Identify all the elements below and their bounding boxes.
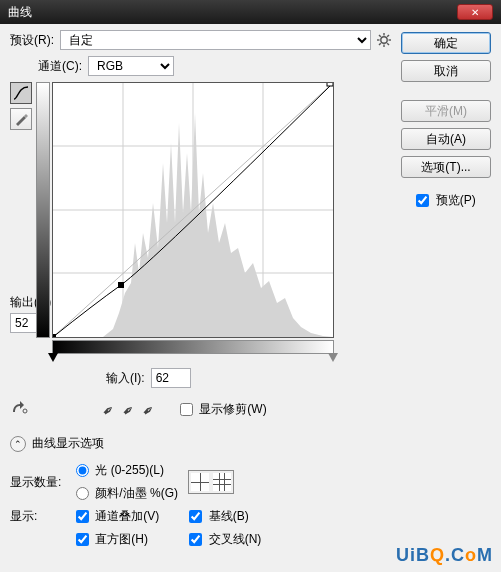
channel-label: 通道(C): (38, 58, 82, 75)
svg-line-8 (387, 35, 389, 37)
channel-select[interactable]: RGB (88, 56, 174, 76)
svg-line-5 (379, 35, 381, 37)
auto-button[interactable]: 自动(A) (401, 128, 491, 150)
cancel-button[interactable]: 取消 (401, 60, 491, 82)
svg-rect-17 (118, 282, 124, 288)
title-bar: 曲线 ✕ (0, 0, 501, 24)
grid-size-toggle[interactable] (188, 470, 234, 494)
preset-row: 预设(R): 自定 (10, 30, 391, 50)
input-gradient[interactable] (52, 340, 334, 354)
display-amount-label: 显示数量: (10, 474, 66, 491)
ok-button[interactable]: 确定 (401, 32, 491, 54)
preset-select[interactable]: 自定 (60, 30, 371, 50)
intersection-checkbox[interactable]: 交叉线(N) (189, 531, 261, 548)
target-adjust-icon[interactable] (10, 398, 32, 421)
curve-tool-button[interactable] (10, 82, 32, 104)
light-radio[interactable]: 光 (0-255)(L) (76, 462, 178, 479)
svg-rect-18 (327, 83, 333, 86)
svg-line-6 (387, 43, 389, 45)
svg-rect-16 (53, 334, 56, 337)
close-button[interactable]: ✕ (457, 4, 493, 20)
curves-graph[interactable] (52, 82, 334, 338)
input-label: 输入(I): (106, 370, 145, 387)
output-label: 输出(O): (10, 294, 32, 311)
input-input[interactable] (151, 368, 191, 388)
gray-eyedropper-icon[interactable]: ✒ (118, 400, 137, 420)
preset-label: 预设(R): (10, 32, 54, 49)
black-point-slider[interactable] (48, 353, 58, 362)
histogram-checkbox[interactable]: 直方图(H) (76, 531, 159, 548)
watermark: UiBQ.CoM (396, 545, 493, 566)
grid-coarse-icon[interactable] (191, 473, 209, 491)
smooth-button[interactable]: 平滑(M) (401, 100, 491, 122)
svg-line-7 (379, 43, 381, 45)
channel-overlay-checkbox[interactable]: 通道叠加(V) (76, 508, 159, 525)
options-button[interactable]: 选项(T)... (401, 156, 491, 178)
show-clipping-checkbox[interactable]: 显示修剪(W) (180, 401, 267, 418)
preset-menu-icon[interactable] (377, 33, 391, 47)
pigment-radio[interactable]: 颜料/油墨 %(G) (76, 485, 178, 502)
svg-point-19 (23, 409, 27, 413)
output-gradient (36, 82, 50, 338)
white-eyedropper-icon[interactable]: ✒ (138, 400, 157, 420)
black-eyedropper-icon[interactable]: ✒ (98, 400, 117, 420)
collapse-toggle-icon[interactable]: ⌃ (10, 436, 26, 452)
preview-checkbox[interactable]: 预览(P) (416, 192, 475, 209)
show-label: 显示: (10, 508, 66, 525)
channel-row: 通道(C): RGB (38, 56, 391, 76)
svg-point-0 (381, 37, 387, 43)
curve-options-header: 曲线显示选项 (32, 435, 104, 452)
white-point-slider[interactable] (328, 353, 338, 362)
window-title: 曲线 (8, 4, 32, 21)
grid-fine-icon[interactable] (213, 473, 231, 491)
baseline-checkbox[interactable]: 基线(B) (189, 508, 261, 525)
pencil-tool-button[interactable] (10, 108, 32, 130)
